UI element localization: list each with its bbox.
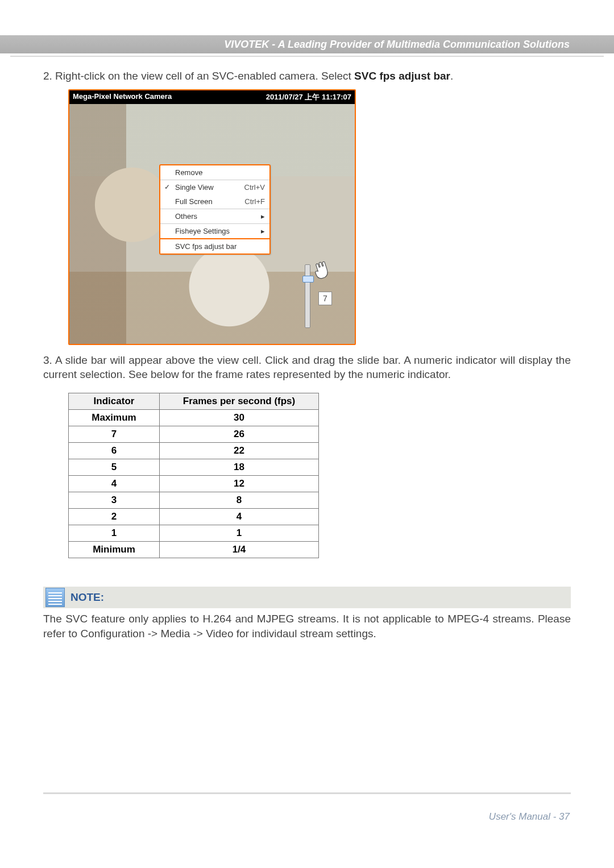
menu-single-view-shortcut: Ctrl+V [244,183,265,192]
svc-slider-overlay: 7 [293,259,333,338]
menu-full-screen-label: Full Screen [175,197,213,206]
table-row: Minimum1/4 [69,541,319,558]
menu-full-screen[interactable]: Full Screen Ctrl+F [160,194,269,209]
menu-fisheye[interactable]: Fisheye Settings [160,223,269,238]
header-rule [10,56,604,57]
step2-suffix: . [450,70,453,82]
table-row: 38 [69,492,319,508]
cell-ind: 1 [69,525,160,541]
svc-slider-indicator: 7 [318,292,332,305]
cell-fps: 1/4 [160,541,319,558]
table-header-row: Indicator Frames per second (fps) [69,393,319,409]
camera-header: Mega-Pixel Network Camera 2011/07/27 上午 … [69,90,355,104]
table-row: 726 [69,426,319,442]
cell-ind: 3 [69,492,160,508]
header-band: VIVOTEK - A Leading Provider of Multimed… [0,35,614,53]
menu-svc-fps-label: SVC fps adjust bar [175,242,237,251]
menu-single-view[interactable]: Single View Ctrl+V [160,180,269,194]
table-row: 412 [69,475,319,492]
svc-slider-track[interactable] [305,264,310,328]
menu-remove-label: Remove [175,168,202,177]
camera-body: Remove Single View Ctrl+V Full Screen Ct… [69,104,355,344]
cell-fps: 1 [160,525,319,541]
cell-ind: 6 [69,442,160,459]
menu-remove[interactable]: Remove [160,165,269,180]
th-indicator: Indicator [69,393,160,409]
context-menu: Remove Single View Ctrl+V Full Screen Ct… [159,164,271,255]
page-header: VIVOTEK - A Leading Provider of Multimed… [224,39,570,51]
cell-ind: Minimum [69,541,160,558]
th-fps: Frames per second (fps) [160,393,319,409]
table-row: 518 [69,459,319,475]
menu-svc-fps[interactable]: SVC fps adjust bar [160,238,269,254]
camera-view-cell[interactable]: Mega-Pixel Network Camera 2011/07/27 上午 … [68,89,356,345]
cell-ind: 7 [69,426,160,442]
cell-ind: Maximum [69,409,160,426]
cell-fps: 4 [160,508,319,525]
menu-fisheye-label: Fisheye Settings [175,227,230,235]
cell-fps: 12 [160,475,319,492]
camera-title: Mega-Pixel Network Camera [73,92,172,102]
note-icon [45,588,65,607]
cell-ind: 5 [69,459,160,475]
cell-ind: 2 [69,508,160,525]
note-heading: NOTE: [43,587,571,608]
table-row: 11 [69,525,319,541]
note-text: The SVC feature only applies to H.264 an… [43,612,571,641]
cell-fps: 18 [160,459,319,475]
step2-prefix: 2. Right-click on the view cell of an SV… [43,70,354,82]
cell-fps: 30 [160,409,319,426]
bottom-rule [43,792,571,794]
cell-fps: 8 [160,492,319,508]
table-row: 24 [69,508,319,525]
table-row: 622 [69,442,319,459]
note-title: NOTE: [70,591,104,604]
step2-bold: SVC fps adjust bar [354,70,450,82]
table-row: Maximum30 [69,409,319,426]
cell-ind: 4 [69,475,160,492]
menu-others[interactable]: Others [160,209,269,223]
camera-timestamp: 2011/07/27 上午 11:17:07 [266,92,351,102]
step-2: 2. Right-click on the view cell of an SV… [43,69,571,84]
step-3: 3. A slide bar will appear above the vie… [43,353,571,382]
menu-single-view-label: Single View [175,183,214,192]
cell-fps: 26 [160,426,319,442]
footer: User's Manual - 37 [489,811,570,823]
menu-others-label: Others [175,212,197,221]
fps-table: Indicator Frames per second (fps) Maximu… [68,393,319,558]
menu-full-screen-shortcut: Ctrl+F [244,197,265,206]
cell-fps: 22 [160,442,319,459]
